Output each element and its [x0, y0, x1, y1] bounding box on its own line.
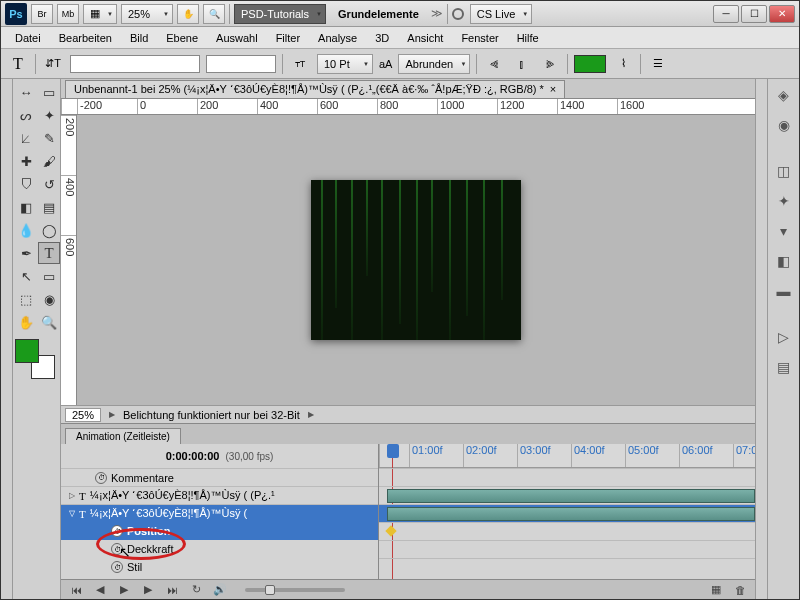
time-ruler[interactable]: 01:00f02:00f03:00f04:00f05:00f06:00f07:0… — [379, 444, 755, 468]
more-workspaces[interactable]: ≫ — [431, 7, 443, 20]
fg-color-swatch[interactable] — [15, 339, 39, 363]
zoom-dd[interactable]: 25% — [121, 4, 173, 24]
brush-tool[interactable]: 🖌 — [38, 150, 60, 172]
zoom-btn[interactable]: 🔍 — [203, 4, 225, 24]
layer1-track[interactable] — [379, 486, 755, 504]
timecode-display[interactable]: 0:00:00:00 (30,00 fps) — [61, 444, 378, 468]
rewind-btn[interactable]: ⏮ — [67, 583, 85, 597]
stopwatch-icon[interactable]: ⏱ — [111, 561, 123, 573]
aa-mode-dd[interactable]: Abrunden — [398, 54, 470, 74]
timeline-tracks[interactable]: 01:00f02:00f03:00f04:00f05:00f06:00f07:0… — [379, 444, 755, 579]
menu-ansicht[interactable]: Ansicht — [399, 29, 451, 47]
disclosure-icon[interactable]: ▷ — [69, 491, 75, 500]
audio-btn[interactable]: 🔊 — [211, 583, 229, 597]
align-right-icon[interactable]: ⫸ — [539, 53, 561, 75]
disclosure-icon[interactable]: ▽ — [69, 509, 75, 518]
marquee-tool[interactable]: ▭ — [38, 81, 60, 103]
orientation-icon[interactable]: ⇵T — [42, 53, 64, 75]
warp-text-icon[interactable]: ⌇ — [612, 53, 634, 75]
font-family-input[interactable] — [70, 55, 200, 73]
stopwatch-icon[interactable]: ⏱ — [111, 525, 123, 537]
pen-tool[interactable]: ✒ — [15, 242, 37, 264]
menu-bild[interactable]: Bild — [122, 29, 156, 47]
font-size-dd[interactable]: 10 Pt — [317, 54, 373, 74]
playhead[interactable] — [387, 444, 399, 458]
stamp-tool[interactable]: ⛉ — [15, 173, 37, 195]
menu-fenster[interactable]: Fenster — [453, 29, 506, 47]
stil-track[interactable] — [379, 558, 755, 576]
text-color-swatch[interactable] — [574, 55, 606, 73]
deckkraft-track[interactable] — [379, 540, 755, 558]
hand-tool[interactable]: ✋ — [15, 311, 37, 333]
misc-icon[interactable]: ▬ — [772, 279, 796, 303]
deckkraft-prop-row[interactable]: ⏱ Deckkraft — [61, 540, 378, 558]
menu-datei[interactable]: Datei — [7, 29, 49, 47]
menu-3d[interactable]: 3D — [367, 29, 397, 47]
stopwatch-icon[interactable]: ⏱ — [95, 472, 107, 484]
3d-cam-tool[interactable]: ◉ — [38, 288, 60, 310]
menu-auswahl[interactable]: Auswahl — [208, 29, 266, 47]
footer-nav-icon[interactable]: ▶ — [109, 410, 115, 419]
footer-zoom[interactable]: 25% — [65, 408, 101, 422]
menu-analyse[interactable]: Analyse — [310, 29, 365, 47]
color-picker[interactable] — [15, 339, 55, 379]
menu-filter[interactable]: Filter — [268, 29, 308, 47]
play-btn[interactable]: ▶ — [115, 583, 133, 597]
doc-tab[interactable]: Unbenannt-1 bei 25% (¼¡x¦Ä•Y ʻ€3ôÚ€yÈ8¦!… — [65, 80, 565, 98]
arrange-dd[interactable]: ▦ — [83, 4, 117, 24]
history-tool[interactable]: ↺ — [38, 173, 60, 195]
collapse-strip[interactable] — [1, 79, 13, 599]
end-btn[interactable]: ⏭ — [163, 583, 181, 597]
menu-hilfe[interactable]: Hilfe — [509, 29, 547, 47]
panel-icon[interactable]: ▤ — [772, 355, 796, 379]
next-frame-btn[interactable]: ▶ — [139, 583, 157, 597]
move-tool[interactable]: ↔ — [15, 81, 37, 103]
3d-tool[interactable]: ⬚ — [15, 288, 37, 310]
layers-icon[interactable]: ◈ — [772, 83, 796, 107]
minimize-btn[interactable]: ─ — [713, 5, 739, 23]
eraser-tool[interactable]: ◧ — [15, 196, 37, 218]
blur-tool[interactable]: 💧 — [15, 219, 37, 241]
zoom-tool[interactable]: 🔍 — [38, 311, 60, 333]
comments-track[interactable] — [379, 468, 755, 486]
position-track[interactable] — [379, 522, 755, 540]
comments-row[interactable]: ⏱ Kommentare — [61, 468, 378, 486]
heal-tool[interactable]: ✚ — [15, 150, 37, 172]
path-tool[interactable]: ↖ — [15, 265, 37, 287]
convert-frames-btn[interactable]: ▦ — [707, 583, 725, 597]
minibridge-btn[interactable]: Mb — [57, 4, 79, 24]
keyframe[interactable] — [385, 525, 396, 536]
position-prop-row[interactable]: ⏱ Position — [61, 522, 378, 540]
shape-tool[interactable]: ▭ — [38, 265, 60, 287]
align-left-icon[interactable]: ⫷ — [483, 53, 505, 75]
play-icon[interactable]: ▷ — [772, 325, 796, 349]
loop-btn[interactable]: ↻ — [187, 583, 205, 597]
workspace-grund[interactable]: Grundelemente — [330, 6, 427, 22]
bridge-btn[interactable]: Br — [31, 4, 53, 24]
maximize-btn[interactable]: ☐ — [741, 5, 767, 23]
layer-row-2[interactable]: ▽ T ¼¡x¦Ä•Y ʻ€3ôÚ€yÈ8¦!¶Å)™Ùsÿ ( — [61, 504, 378, 522]
menu-bearbeiten[interactable]: Bearbeiten — [51, 29, 120, 47]
dodge-tool[interactable]: ◯ — [38, 219, 60, 241]
workspace-psd[interactable]: PSD-Tutorials — [234, 4, 326, 24]
adjust-icon[interactable]: ◫ — [772, 159, 796, 183]
align-center-icon[interactable]: ⫿ — [511, 53, 533, 75]
swatches-icon[interactable]: ▾ — [772, 219, 796, 243]
gradient-tool[interactable]: ▤ — [38, 196, 60, 218]
trash-btn[interactable]: 🗑 — [731, 583, 749, 597]
prev-frame-btn[interactable]: ◀ — [91, 583, 109, 597]
menu-ebene[interactable]: Ebene — [158, 29, 206, 47]
layer-row-1[interactable]: ▷ T ¼¡x¦Ä•Y ʻ€3ôÚ€yÈ8¦!¶Å)™Ùsÿ ( (P¿.¹ — [61, 486, 378, 504]
crop-tool[interactable]: ⟀ — [15, 127, 37, 149]
channels-icon[interactable]: ◉ — [772, 113, 796, 137]
styles-icon[interactable]: ✦ — [772, 189, 796, 213]
cslive-dd[interactable]: CS Live — [470, 4, 533, 24]
font-style-input[interactable] — [206, 55, 276, 73]
canvas-stage[interactable] — [77, 115, 755, 405]
zoom-slider[interactable] — [245, 588, 345, 592]
footer-nav-icon2[interactable]: ▶ — [308, 410, 314, 419]
layer2-track[interactable] — [379, 504, 755, 522]
type-tool[interactable]: T — [38, 242, 60, 264]
wand-tool[interactable]: ✦ — [38, 104, 60, 126]
close-btn[interactable]: ✕ — [769, 5, 795, 23]
